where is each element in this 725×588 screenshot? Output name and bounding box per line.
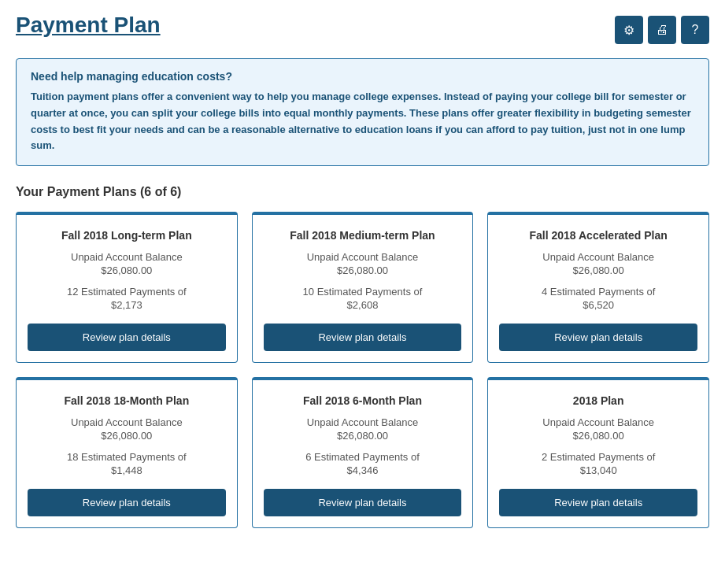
plan-payments-label: 10 Estimated Payments of (303, 286, 423, 298)
review-plan-button[interactable]: Review plan details (499, 489, 697, 516)
plan-card-title: Fall 2018 Medium-term Plan (290, 229, 435, 242)
plan-card: Fall 2018 Medium-term Plan Unpaid Accoun… (252, 212, 474, 363)
plan-payments-label: 6 Estimated Payments of (305, 451, 420, 463)
plan-balance-amount: $26,080.00 (573, 264, 624, 276)
plans-grid: Fall 2018 Long-term Plan Unpaid Account … (16, 212, 709, 528)
plan-balance-label: Unpaid Account Balance (307, 416, 419, 428)
plan-balance-label: Unpaid Account Balance (542, 416, 654, 428)
review-plan-button[interactable]: Review plan details (264, 489, 462, 516)
plan-payments-amount: $13,040 (580, 464, 617, 476)
plan-balance-amount: $26,080.00 (337, 430, 388, 442)
plan-card-title: Fall 2018 6-Month Plan (303, 394, 422, 407)
plan-balance-label: Unpaid Account Balance (71, 251, 183, 263)
info-box-body: Tuition payment plans offer a convenient… (31, 89, 694, 154)
print-button[interactable]: 🖨 (648, 16, 676, 44)
gear-button[interactable]: ⚙ (615, 16, 643, 44)
plan-payments-amount: $1,448 (111, 464, 142, 476)
plan-balance-amount: $26,080.00 (337, 264, 388, 276)
plan-balance-amount: $26,080.00 (573, 430, 624, 442)
plan-balance-amount: $26,080.00 (101, 430, 152, 442)
plan-card-title: Fall 2018 18-Month Plan (64, 394, 189, 407)
review-plan-button[interactable]: Review plan details (499, 324, 697, 351)
page-title[interactable]: Payment Plan (16, 13, 161, 38)
plan-balance-label: Unpaid Account Balance (542, 251, 654, 263)
plan-balance-amount: $26,080.00 (101, 264, 152, 276)
plan-card: Fall 2018 Long-term Plan Unpaid Account … (16, 212, 238, 363)
plan-payments-label: 18 Estimated Payments of (67, 451, 187, 463)
review-plan-button[interactable]: Review plan details (28, 324, 226, 351)
info-box-title: Need help managing education costs? (31, 70, 694, 83)
plan-payments-amount: $2,608 (347, 299, 379, 311)
plan-card: Fall 2018 6-Month Plan Unpaid Account Ba… (252, 377, 474, 528)
plan-balance-label: Unpaid Account Balance (307, 251, 419, 263)
header: Payment Plan ⚙ 🖨 ? (16, 13, 709, 44)
plan-card: Fall 2018 18-Month Plan Unpaid Account B… (16, 377, 238, 528)
info-box: Need help managing education costs? Tuit… (16, 58, 709, 166)
plan-card-title: Fall 2018 Long-term Plan (61, 229, 192, 242)
plan-payments-label: 4 Estimated Payments of (542, 286, 656, 298)
plan-card: Fall 2018 Accelerated Plan Unpaid Accoun… (487, 212, 709, 363)
plan-card: 2018 Plan Unpaid Account Balance $26,080… (487, 377, 709, 528)
review-plan-button[interactable]: Review plan details (28, 489, 226, 516)
section-heading: Your Payment Plans (6 of 6) (16, 185, 709, 199)
plan-payments-amount: $4,346 (347, 464, 379, 476)
plan-payments-amount: $6,520 (583, 299, 614, 311)
plan-card-title: Fall 2018 Accelerated Plan (529, 229, 667, 242)
header-icons: ⚙ 🖨 ? (615, 16, 709, 44)
plan-card-title: 2018 Plan (573, 394, 624, 407)
review-plan-button[interactable]: Review plan details (264, 324, 462, 351)
plan-payments-amount: $2,173 (111, 299, 142, 311)
help-button[interactable]: ? (681, 16, 709, 44)
plan-payments-label: 12 Estimated Payments of (67, 286, 187, 298)
plan-balance-label: Unpaid Account Balance (71, 416, 183, 428)
plan-payments-label: 2 Estimated Payments of (542, 451, 656, 463)
